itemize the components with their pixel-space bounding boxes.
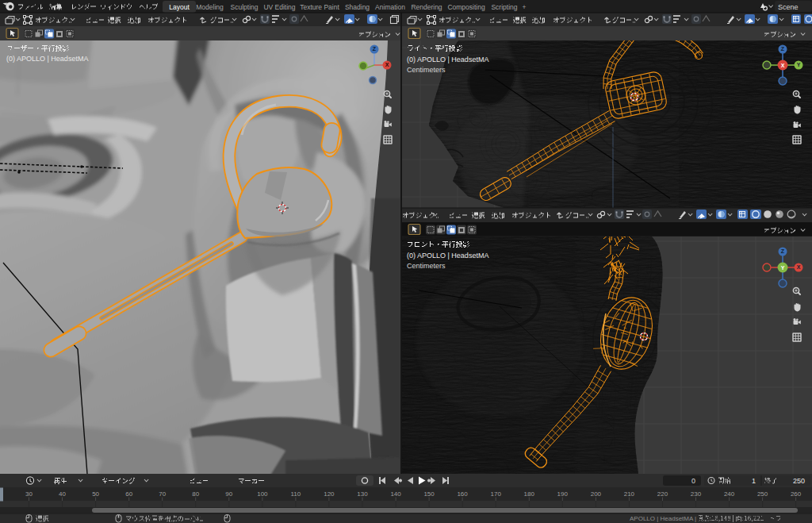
svg-text:UV Editing: UV Editing [263,3,295,11]
svg-text:X: X [797,264,801,270]
svg-text:Y: Y [797,62,801,67]
svg-text:+: + [523,3,527,11]
svg-text:X: X [781,63,785,68]
svg-text:0: 0 [691,477,695,485]
svg-text:Z: Z [781,46,785,52]
svg-text:(0) APOLLO | HeadsetMA: (0) APOLLO | HeadsetMA [407,252,488,260]
svg-text:APOLLO | HeadsetMA |: APOLLO | HeadsetMA | [630,515,696,522]
svg-text:210: 210 [624,490,635,498]
svg-text:200: 200 [591,490,602,498]
svg-text:160: 160 [457,490,468,498]
svg-text:Centimeters: Centimeters [407,66,446,74]
svg-text:60: 60 [125,490,132,498]
svg-text:230: 230 [691,490,702,498]
svg-text:100: 100 [257,490,268,498]
svg-text:150: 150 [423,490,435,498]
svg-text:190: 190 [557,490,569,498]
svg-text:Modeling: Modeling [196,3,224,11]
svg-text:Y: Y [781,265,785,271]
svg-text:Z: Z [781,248,785,254]
svg-text:Shading: Shading [345,3,370,11]
svg-text:70: 70 [159,490,166,498]
svg-text:X: X [385,62,389,67]
svg-text:80: 80 [192,490,199,498]
svg-text:Sculpting: Sculpting [231,3,259,11]
svg-text:240: 240 [724,490,735,498]
svg-text:180: 180 [524,490,535,498]
svg-text:Animation: Animation [375,3,405,11]
svg-text:130: 130 [357,490,368,498]
svg-text:30: 30 [25,490,33,498]
svg-text:Centimeters: Centimeters [407,262,446,270]
svg-text:1: 1 [752,477,756,485]
svg-text:(0) APOLLO | HeadsetMA: (0) APOLLO | HeadsetMA [407,56,488,63]
svg-text:(0) APOLLO | HeadsetMA: (0) APOLLO | HeadsetMA [6,55,88,63]
svg-text:250: 250 [793,477,805,485]
svg-text:260: 260 [791,490,802,498]
svg-text:220: 220 [657,490,668,498]
svg-text:90: 90 [225,490,232,498]
svg-text:120: 120 [324,490,335,498]
svg-text:40: 40 [59,490,66,498]
svg-text:Scripting: Scripting [491,3,517,11]
svg-text:Compositing: Compositing [447,3,485,11]
svg-text:50: 50 [92,490,99,498]
svg-text:170: 170 [491,490,502,498]
svg-text:110: 110 [291,490,301,498]
svg-text:Rendering: Rendering [411,3,442,11]
svg-text:Z: Z [373,46,377,52]
svg-text:Scene: Scene [778,3,799,11]
svg-text:140: 140 [390,490,401,498]
svg-text:250: 250 [757,490,768,498]
svg-text:Texture Paint: Texture Paint [300,3,339,11]
svg-text:Layout: Layout [169,3,190,11]
